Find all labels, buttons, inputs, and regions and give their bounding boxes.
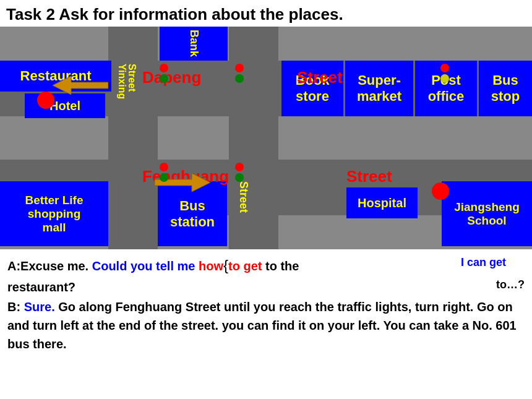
brace-icon: { (223, 257, 228, 273)
yinxing-street-label2: Street (126, 64, 137, 92)
street-top-label: Street (297, 68, 343, 87)
road-yinxing (108, 27, 158, 249)
better-life-place: Better Lifeshoppingmall (0, 181, 108, 246)
street-bottom-label: Street (346, 167, 392, 186)
dialog-a-red2: to get (228, 259, 265, 273)
dialog-b-sure: Sure. (24, 300, 59, 314)
jiangsheng-school-place: JiangshengSchool (442, 181, 532, 246)
arrow-top (53, 76, 108, 97)
dialog-a-black2: to the (265, 259, 299, 273)
hotel-place: Hotel (25, 93, 105, 118)
traffic-light-tr (235, 64, 244, 83)
traffic-light-bm (235, 163, 244, 182)
supermarket-place: Super-market (345, 61, 413, 116)
bus-stop-place: Busstop (479, 61, 532, 116)
traffic-light-tl (160, 64, 168, 83)
yulan-street-label: Street (237, 181, 250, 213)
hospital-place: Hospital (346, 187, 418, 218)
page-title: Task 2 Ask for information about the pla… (0, 0, 532, 27)
dialog-a-prefix: A:Excuse me. (7, 259, 92, 273)
dialog-line-b: B: Sure. Go along Fenghuang Street until… (7, 298, 525, 353)
red-dot-left (37, 92, 54, 109)
dialog-line-a: A:Excuse me. Could you tell me how{to ge… (7, 254, 525, 277)
traffic-light-trr (440, 64, 449, 83)
dialog-b-text: Go along Fenghuang Street until you reac… (7, 300, 517, 351)
dialog-a-blue: Could you tell me (92, 259, 199, 273)
dialog-a-right-black: to…? (496, 277, 525, 293)
road-yulan (229, 27, 278, 249)
map: Dapeng Fenghuang Street Street Yinxing S… (0, 27, 532, 249)
traffic-light-bl (160, 163, 168, 182)
dapeng-label: Dapeng (142, 68, 201, 87)
dialog-line-a2: restaurant? (7, 278, 525, 296)
dialog-a-right-blue: I can get (461, 254, 506, 271)
dialog-b-prefix: B: (7, 300, 24, 314)
dialog-a-red: how (199, 259, 223, 273)
dialog-section: A:Excuse me. Could you tell me how{to ge… (0, 249, 532, 359)
bank-place: Bank (160, 27, 228, 61)
red-dot-right (432, 182, 449, 200)
svg-marker-0 (53, 76, 108, 95)
